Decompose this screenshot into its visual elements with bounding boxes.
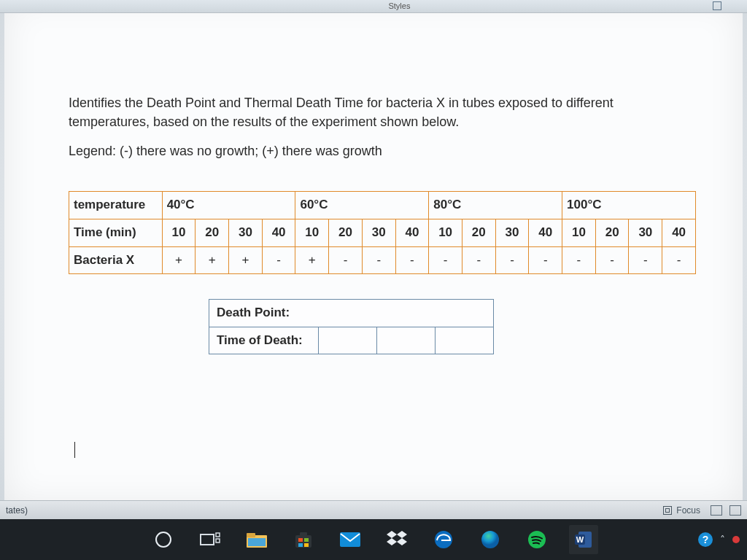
ms-store-icon[interactable] [289,525,318,554]
answer-table: Death Point: Time of Death: [209,299,494,354]
result-cell: - [429,246,462,274]
tray-alert-icon[interactable] [732,536,740,543]
edge-icon[interactable] [476,525,505,554]
result-cell: + [229,246,263,274]
result-cell: - [662,246,696,274]
svg-rect-1 [201,534,214,545]
svg-marker-17 [397,538,407,545]
answer-blank[interactable] [436,327,494,354]
result-cell: + [162,246,196,274]
death-point-label: Death Point: [209,300,494,327]
time-cell: 30 [229,219,263,246]
result-cell: - [329,246,363,274]
svg-marker-15 [397,531,407,538]
row-header-temperature: temperature [69,192,163,219]
time-cell: 30 [362,219,395,246]
time-cell: 10 [429,219,462,246]
dropbox-icon[interactable] [382,525,411,554]
time-cell: 40 [662,219,696,246]
tray-overflow-icon[interactable]: ˄ [720,534,725,545]
row-header-time: Time (min) [69,219,163,246]
result-cell: - [395,246,429,274]
document-viewport: Identifies the Death Point and Thermal D… [0,13,747,519]
question-text: Identifies the Death Point and Thermal D… [69,93,684,131]
mail-icon[interactable] [336,525,365,554]
svg-rect-5 [247,533,255,537]
time-cell: 20 [329,219,363,246]
help-icon[interactable]: ? [698,532,713,547]
file-explorer-icon[interactable] [242,525,271,554]
experiment-table: temperature 40°C 60°C 80°C 100°C Time (m… [69,191,696,274]
page: Identifies the Death Point and Thermal D… [4,13,743,519]
system-tray: ? ˄ [698,519,740,560]
time-cell: 20 [196,219,229,246]
result-cell: - [495,246,529,274]
ribbon-fragment: Styles [0,0,747,13]
table-row: Time (min) 10 20 30 40 10 20 30 40 10 20… [69,219,696,246]
windows-taskbar: W ? ˄ [0,519,747,560]
table-row: Time of Death: [209,327,494,354]
word-icon[interactable]: W [569,525,598,554]
time-cell: 10 [562,219,596,246]
col-header-temp: 60°C [295,192,429,219]
svg-rect-6 [248,538,266,546]
focus-icon [663,506,672,515]
table-row: Bacteria X + + + - + - - - - - - - - - -… [69,246,696,274]
time-cell: 10 [162,219,196,246]
result-cell: + [295,246,329,274]
svg-rect-7 [295,535,311,548]
time-cell: 40 [395,219,429,246]
answer-blank[interactable] [377,327,436,354]
svg-text:W: W [576,535,584,544]
result-cell: - [362,246,395,274]
time-of-death-label: Time of Death: [209,327,319,354]
time-cell: 30 [629,219,662,246]
table-row: Death Point: [209,300,494,327]
edge-legacy-icon[interactable] [429,525,458,554]
time-cell: 40 [529,219,562,246]
answer-section: Death Point: Time of Death: [209,299,684,354]
time-cell: 40 [262,219,295,246]
result-cell: - [595,246,629,274]
result-cell: + [196,246,229,274]
svg-rect-10 [304,538,309,542]
spotify-icon[interactable] [522,525,551,554]
task-view-icon[interactable] [196,525,225,554]
print-layout-icon[interactable] [729,505,741,516]
svg-rect-13 [340,532,360,547]
result-cell: - [529,246,562,274]
text-cursor [74,442,75,458]
result-cell: - [462,246,495,274]
svg-rect-12 [304,543,309,547]
time-cell: 20 [595,219,629,246]
svg-rect-11 [298,543,303,547]
svg-point-0 [156,532,171,547]
answer-blank[interactable] [319,327,377,354]
svg-marker-14 [387,531,397,538]
word-status-bar: tates) Focus [0,500,747,519]
svg-rect-8 [300,532,307,536]
ribbon-launcher-icon[interactable] [713,1,721,10]
legend-text: Legend: (-) there was no growth; (+) the… [69,141,684,160]
svg-rect-9 [298,538,303,542]
col-header-temp: 80°C [429,192,562,219]
status-left-fragment: tates) [6,505,28,516]
svg-marker-16 [387,538,397,545]
read-mode-icon[interactable] [711,505,722,516]
svg-rect-2 [216,533,220,537]
result-cell: - [262,246,295,274]
time-cell: 20 [462,219,495,246]
ribbon-group-styles-label: Styles [388,1,410,10]
table-row: temperature 40°C 60°C 80°C 100°C [69,192,696,219]
svg-point-19 [481,531,499,548]
row-header-bacteria: Bacteria X [69,246,163,274]
result-cell: - [562,246,596,274]
svg-rect-3 [216,539,220,542]
time-cell: 30 [495,219,529,246]
cortana-ring-icon[interactable] [149,525,178,554]
result-cell: - [629,246,662,274]
focus-mode-button[interactable]: Focus [663,505,700,516]
time-cell: 10 [295,219,329,246]
col-header-temp: 40°C [162,192,295,219]
focus-label: Focus [676,505,700,516]
